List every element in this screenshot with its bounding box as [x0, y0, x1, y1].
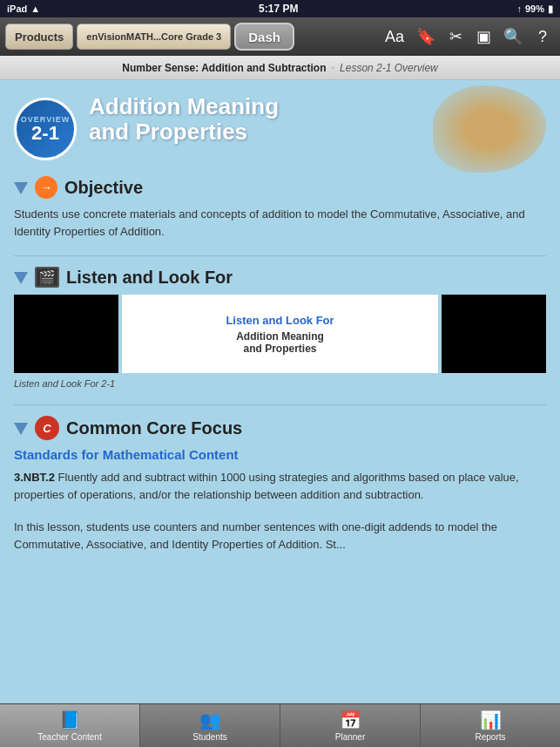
- collapse-icon-2[interactable]: [14, 272, 28, 284]
- breadcrumb-main: Number Sense: Addition and Subtraction: [122, 62, 326, 74]
- video-caption: Listen and Look For 2-1: [14, 378, 546, 389]
- teacher-content-label: Teacher Content: [37, 732, 101, 742]
- collapse-icon-3[interactable]: [14, 423, 28, 435]
- objective-icon: [35, 176, 57, 199]
- standard-body-text: Fluently add and subtract within 1000 us…: [14, 471, 519, 501]
- standard-code: 3.NBT.2: [14, 471, 55, 484]
- objective-header: Objective: [14, 176, 546, 199]
- video-center-sub1: Addition Meaning: [236, 330, 324, 343]
- lesson-header: OVERVIEW 2-1 Addition Meaningand Propert…: [14, 94, 546, 160]
- lesson-title: Addition Meaningand Properties: [89, 94, 279, 144]
- common-core-title: Common Core Focus: [66, 418, 242, 438]
- tab-reports[interactable]: 📊 Reports: [421, 704, 560, 747]
- students-label: Students: [192, 732, 226, 742]
- location-icon: ↑: [516, 3, 522, 14]
- planner-icon: 📅: [340, 710, 361, 730]
- envision-button[interactable]: enVisionMATH...Core Grade 3: [77, 24, 231, 50]
- common-core-section: C Common Core Focus Standards for Mathem…: [14, 416, 546, 553]
- bookmark-button[interactable]: 🔖: [412, 24, 440, 50]
- breadcrumb: Number Sense: Addition and Subtraction ◦…: [0, 56, 560, 80]
- status-right: ↑ 99% ▮: [516, 3, 553, 15]
- battery-level: 99%: [525, 3, 544, 14]
- divider-1: [14, 255, 546, 256]
- wifi-icon: ▲: [30, 3, 40, 14]
- tab-teacher-content[interactable]: 📘 Teacher Content: [0, 704, 140, 747]
- status-time: 5:17 PM: [259, 3, 298, 15]
- scissors-button[interactable]: ✂: [443, 24, 468, 50]
- overview-number: 2-1: [31, 124, 59, 143]
- help-button[interactable]: ?: [530, 24, 555, 50]
- video-center-title: Listen and Look For: [226, 314, 334, 327]
- film-icon: 🎬: [35, 267, 59, 288]
- video-thumb-left[interactable]: [14, 295, 118, 373]
- overview-badge: OVERVIEW 2-1: [14, 98, 77, 160]
- objective-body: Students use concrete materials and conc…: [14, 206, 546, 240]
- status-bar: iPad ▲ 5:17 PM ↑ 99% ▮: [0, 0, 560, 17]
- nav-bar: Products enVisionMATH...Core Grade 3 Das…: [0, 17, 560, 56]
- standards-body-1: 3.NBT.2 Fluently add and subtract within…: [14, 469, 546, 503]
- objective-section: Objective Students use concrete material…: [14, 176, 546, 240]
- divider-2: [14, 404, 546, 405]
- video-center-sub2: and Properties: [243, 343, 316, 355]
- listen-title: Listen and Look For: [66, 268, 233, 288]
- reports-icon: 📊: [480, 710, 502, 730]
- clipboard-button[interactable]: ▣: [471, 24, 496, 50]
- breadcrumb-sub: Lesson 2-1 Overview: [340, 62, 438, 74]
- common-core-header: C Common Core Focus: [14, 416, 546, 440]
- text-size-button[interactable]: Aa: [381, 24, 408, 50]
- tab-students[interactable]: 👥 Students: [140, 704, 280, 747]
- tab-planner[interactable]: 📅 Planner: [280, 704, 421, 747]
- standards-title: Standards for Mathematical Content: [14, 447, 546, 462]
- planner-label: Planner: [335, 732, 365, 742]
- objective-title: Objective: [64, 178, 143, 198]
- breadcrumb-separator: ◦: [331, 63, 334, 72]
- reports-label: Reports: [475, 732, 505, 742]
- common-core-icon: C: [35, 416, 59, 440]
- tab-bar: 📘 Teacher Content 👥 Students 📅 Planner 📊…: [0, 703, 560, 747]
- collapse-icon[interactable]: [14, 182, 28, 194]
- products-button[interactable]: Products: [5, 24, 73, 50]
- students-icon: 👥: [199, 710, 221, 730]
- lesson-heading: Addition Meaningand Properties: [89, 94, 279, 144]
- teacher-content-icon: 📘: [59, 710, 81, 730]
- otter-illustration: [433, 85, 546, 173]
- video-container: Listen and Look For Addition Meaning and…: [14, 295, 546, 373]
- main-content: OVERVIEW 2-1 Addition Meaningand Propert…: [0, 80, 560, 703]
- search-button[interactable]: 🔍: [499, 24, 527, 50]
- video-thumb-right[interactable]: [442, 295, 546, 373]
- dash-badge[interactable]: Dash: [234, 23, 294, 51]
- video-center-panel[interactable]: Listen and Look For Addition Meaning and…: [122, 295, 438, 373]
- ipad-label: iPad: [7, 3, 27, 14]
- standards-body-2: In this lesson, students use counters an…: [14, 519, 546, 553]
- status-left: iPad ▲: [7, 3, 40, 14]
- listen-header: 🎬 Listen and Look For: [14, 267, 546, 288]
- battery-icon: ▮: [548, 3, 553, 15]
- listen-section: 🎬 Listen and Look For Listen and Look Fo…: [14, 267, 546, 389]
